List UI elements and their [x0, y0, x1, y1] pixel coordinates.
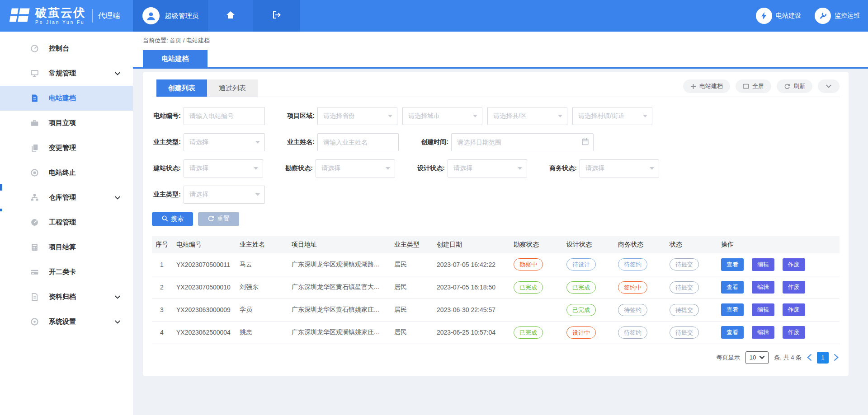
build-status-select[interactable]: 请选择	[184, 159, 263, 177]
status-badge: 已完成	[566, 281, 596, 294]
void-button[interactable]: 作废	[783, 258, 805, 271]
void-button[interactable]: 作废	[783, 326, 805, 339]
owner-type2-label: 业主类型:	[152, 191, 181, 199]
refresh-icon	[784, 83, 790, 89]
sidebar-item-general-mgmt[interactable]: 常规管理	[0, 61, 133, 86]
speedometer-icon	[30, 44, 39, 53]
quick-links: 电站建设 监控运维	[756, 0, 868, 32]
edit-button[interactable]: 编辑	[752, 258, 774, 271]
edit-button[interactable]: 编辑	[752, 281, 774, 294]
sidebar-item-project-settlement[interactable]: 项目结算	[0, 235, 133, 260]
tab-passed-list[interactable]: 通过列表	[207, 79, 258, 97]
owner-name-label: 业主姓名:	[286, 138, 315, 146]
next-page-button[interactable]	[834, 354, 839, 361]
user-block[interactable]: 超级管理员	[133, 0, 208, 32]
sidebar-item-change-mgmt[interactable]: 变更管理	[0, 135, 133, 160]
logout-button[interactable]	[253, 0, 300, 32]
quick-link-monitor-ops[interactable]: 监控运维	[815, 8, 860, 24]
void-button[interactable]: 作废	[783, 281, 805, 294]
collapse-toolbar-button[interactable]	[818, 79, 840, 93]
quick-link-station-build[interactable]: 电站建设	[756, 8, 801, 24]
col-header: 商务状态	[613, 236, 665, 253]
owner-type2-select[interactable]: 请选择	[184, 186, 265, 204]
status-badge: 待签约	[618, 326, 647, 339]
page-tab-station-filing[interactable]: 电站建档	[143, 50, 208, 67]
sidebar-item-engineering-mgmt[interactable]: 工程管理	[0, 210, 133, 235]
quick-link-label: 电站建设	[776, 12, 801, 20]
filter-row-1: 电站编号: 项目区域: 请选择省份 请选择城市 请选择县/区 请选择村镇/街道	[152, 107, 840, 125]
col-header: 电站编号	[172, 236, 235, 253]
build-status-label: 建站状态:	[152, 164, 181, 173]
status-badge: 待提交	[670, 258, 699, 270]
home-icon	[226, 10, 236, 21]
view-button[interactable]: 查看	[721, 258, 744, 271]
search-icon	[161, 215, 168, 223]
bolt-icon	[756, 8, 772, 24]
top-bar: 破茧云伏 Po Jian Yun Fu 代理端 超级管理员	[0, 0, 868, 32]
status-badge: 已完成	[514, 326, 543, 339]
business-status-label: 商务状态:	[548, 164, 577, 173]
chevron-down-icon	[115, 320, 120, 324]
business-status-select[interactable]: 请选择	[580, 159, 659, 177]
sidebar-item-data-archive[interactable]: 资料归档	[0, 284, 133, 309]
town-select[interactable]: 请选择村镇/街道	[572, 107, 652, 125]
prev-page-button[interactable]	[807, 354, 811, 361]
page-number-button[interactable]: 1	[817, 352, 829, 364]
create-station-button[interactable]: 电站建档	[683, 79, 730, 93]
app-root: 破茧云伏 Po Jian Yun Fu 代理端 超级管理员	[0, 0, 868, 415]
col-header: 业主姓名	[235, 236, 287, 253]
chevron-down-icon	[826, 84, 831, 88]
view-button[interactable]: 查看	[721, 326, 744, 339]
sidebar-item-class2-card[interactable]: 开二类卡	[0, 260, 133, 284]
col-header: 创建日期	[432, 236, 509, 253]
copy-icon	[30, 144, 39, 153]
owner-name-input[interactable]	[317, 133, 399, 151]
edit-button[interactable]: 编辑	[752, 326, 774, 339]
owner-type-select[interactable]: 请选择	[184, 133, 265, 151]
view-button[interactable]: 查看	[721, 303, 744, 316]
status-badge: 待提交	[670, 326, 699, 339]
sidebar-item-console[interactable]: 控制台	[0, 36, 133, 61]
home-button[interactable]	[208, 0, 253, 32]
user-name: 超级管理员	[165, 12, 199, 20]
region-label: 项目区域:	[286, 112, 315, 120]
create-time-input[interactable]	[451, 133, 594, 151]
refresh-button[interactable]: 刷新	[777, 79, 812, 93]
page-size-select[interactable]: 10	[745, 351, 769, 364]
fullscreen-button[interactable]: 全屏	[736, 79, 771, 93]
edit-button[interactable]: 编辑	[752, 303, 774, 316]
station-code-input[interactable]	[184, 107, 265, 125]
dropdown-arrow-icon	[558, 115, 562, 120]
breadcrumb: 当前位置: 首页 / 电站建档	[143, 37, 868, 44]
sidebar-item-station-termination[interactable]: 电站终止	[0, 160, 133, 185]
sidebar-item-system-settings[interactable]: 系统设置	[0, 309, 133, 334]
dropdown-arrow-icon	[473, 115, 477, 120]
design-status-label: 设计状态:	[416, 164, 445, 173]
plus-icon	[690, 84, 696, 89]
reset-button[interactable]: 重置	[198, 212, 239, 226]
chevron-left-icon	[807, 354, 811, 361]
logout-icon	[272, 10, 282, 21]
sidebar-item-project-approval[interactable]: 项目立项	[0, 111, 133, 135]
create-time-label: 创建时间:	[420, 138, 448, 146]
target-icon	[30, 317, 39, 326]
province-select[interactable]: 请选择省份	[317, 107, 397, 125]
design-status-select[interactable]: 请选择	[448, 159, 527, 177]
tab-create-list[interactable]: 创建列表	[156, 79, 207, 97]
survey-status-select[interactable]: 请选择	[316, 159, 395, 177]
logo-icon	[9, 6, 31, 25]
main-content: 当前位置: 首页 / 电站建档 电站建档 创建列表 通过列表 电站建档	[133, 32, 868, 415]
search-button[interactable]: 搜索	[152, 212, 193, 226]
sidebar-item-station-filing[interactable]: 电站建档	[0, 86, 133, 111]
table-row: 1 YX2023070500011 马云 广东深圳龙华区观澜镇观湖路... 居民…	[152, 253, 840, 276]
brand-block: 破茧云伏 Po Jian Yun Fu 代理端	[0, 0, 133, 32]
card-toolbar: 电站建档 全屏 刷新	[683, 79, 840, 97]
void-button[interactable]: 作废	[783, 303, 805, 316]
city-select[interactable]: 请选择城市	[402, 107, 482, 125]
county-select[interactable]: 请选择县/区	[487, 107, 567, 125]
chevron-down-icon	[115, 72, 120, 75]
owner-name-field-wrap	[317, 133, 399, 151]
view-button[interactable]: 查看	[721, 281, 744, 294]
sidebar-item-warehouse-mgmt[interactable]: 仓库管理	[0, 185, 133, 210]
col-header: 设计状态	[562, 236, 613, 253]
